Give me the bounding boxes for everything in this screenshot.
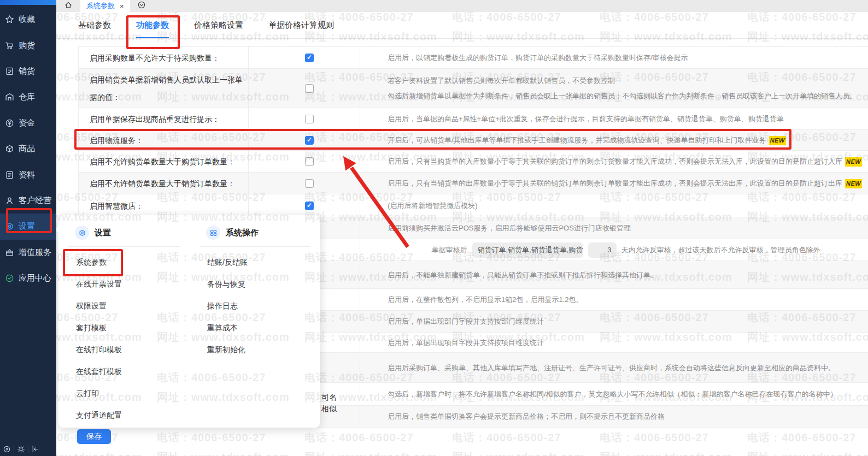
description-line: (启用后将新增智慧微店模块) <box>388 201 864 210</box>
param-row-label: 启用不允许购货单数量大于购货订单数量： <box>79 151 248 172</box>
sidebar-nav: 收藏购货销货仓库资金商品资料客户经营设置增值服务应用中心 <box>0 5 56 291</box>
brightness-icon[interactable] <box>14 445 28 453</box>
gear-badge-icon <box>75 226 89 240</box>
param-tab-1[interactable]: 功能参数 <box>136 20 169 38</box>
description-line: 若客户资料设置了默认销售员则每次开单都取默认销售员，不受参数控制 <box>388 76 864 85</box>
menu-item-settings_group-7[interactable]: 支付通道配置 <box>76 404 190 426</box>
menu-item-system_group-4[interactable]: 重新初始化 <box>207 339 320 360</box>
menu-item-system_group-3[interactable]: 重算成本 <box>207 317 320 339</box>
app-center-icon <box>5 274 14 283</box>
checkbox-unchecked[interactable] <box>305 179 314 188</box>
param-row-5: 启用不允许销货单数量大于销货订单数量：启用后，只有当销货单的出库数量小于等于其关… <box>79 173 868 194</box>
app-root: 基础参数功能参数价格策略设置单据价格计算规则 启用采购数量不允许大于待采购数量：… <box>0 0 868 456</box>
param-tab-3[interactable]: 单据价格计算规则 <box>268 20 334 38</box>
save-button[interactable]: 保存 <box>77 429 111 444</box>
menu-item-settings_group-0[interactable]: 系统参数 <box>76 251 190 273</box>
description-line: 开启后，可从销货单/其他出库单等单据下推或手工创建物流服务，并完成物流轨迹查询、… <box>388 135 864 145</box>
funds-icon <box>5 119 14 128</box>
sidebar-item-6[interactable]: 资料 <box>0 162 56 187</box>
param-row-description: 启用后，单据出现部门字段并支持按部门维度统计 <box>360 311 868 332</box>
sidebar-item-label: 设置 <box>19 221 35 232</box>
description-line: 启用后，只有当销货单的出库数量小于等于其关联的销货订单的剩余订单数量才能出库成功… <box>388 179 864 188</box>
sidebar-footer <box>0 445 56 453</box>
param-row-3: 启用物流服务：开启后，可从销货单/其他出库单等单据下推或手工创建物流服务，并完成… <box>79 130 868 151</box>
goods-icon <box>5 144 14 153</box>
menu-item-settings_group-1[interactable]: 在线开票设置 <box>76 273 190 295</box>
description-line: 启用后，在整件散包列，不启用显示1箱2包，启用显示1.2包。 <box>388 295 864 304</box>
menu-item-settings_group-2[interactable]: 权限设置 <box>76 295 190 317</box>
checkbox-checked[interactable] <box>305 54 314 62</box>
sidebar-item-10[interactable]: 应用中心 <box>0 265 56 291</box>
menu-column-system_group: 系统操作结账/反结账备份与恢复操作日志重算成本重新初始化 <box>190 215 320 428</box>
param-row-description: 启用后，只有当销货单的出库数量小于等于其关联的销货订单的剩余订单数量才能出库成功… <box>360 173 868 194</box>
document-tab-bar: 系统参数 × <box>56 0 868 12</box>
sidebar-item-3[interactable]: 仓库 <box>0 84 56 110</box>
menu-divider <box>68 246 180 247</box>
sidebar-item-4[interactable]: 资金 <box>0 110 56 136</box>
param-row-checkbox-cell <box>248 108 360 129</box>
audit-days-input[interactable]: 3 <box>588 242 617 258</box>
menu-group-title: 设置 <box>75 226 190 240</box>
menu-item-settings_group-3[interactable]: 套打模板 <box>76 317 190 339</box>
param-row-description: 单据审核后销货订单,销货单,销货退货单,购货订3天内允许反审核，超过该天数后不允… <box>360 239 868 260</box>
logo-bar <box>0 0 56 5</box>
menu-item-settings_group-5[interactable]: 在线套打模板 <box>76 360 190 382</box>
tab-system-parameters[interactable]: 系统参数 × <box>80 0 130 12</box>
gear-icon <box>5 222 14 231</box>
menu-item-settings_group-6[interactable]: 云打印 <box>76 382 190 404</box>
menu-item-system_group-2[interactable]: 操作日志 <box>207 295 320 317</box>
param-tab-2[interactable]: 价格策略设置 <box>194 20 243 38</box>
sidebar-item-7[interactable]: 客户经营 <box>0 188 56 214</box>
tab-list-dropdown-button[interactable] <box>137 1 146 11</box>
new-badge: NEW <box>769 136 786 145</box>
grid-badge-icon <box>206 226 220 240</box>
sidebar-item-9[interactable]: 增值服务 <box>0 240 56 265</box>
sidebar-item-1[interactable]: 购货 <box>0 32 56 58</box>
menu-item-settings_group-4[interactable]: 在线打印模板 <box>76 339 190 360</box>
param-row-6: 启用智慧微店：(启用后将新增智慧微店模块) <box>79 194 868 217</box>
param-row-0: 启用采购数量不允许大于待采购数量：启用后，以销定购看板生成的购货订单，购货订单的… <box>79 47 868 69</box>
param-row-description: 启用后，不能单独新建销货单，只能从销货订单下推或则下推后拆行和选择其他订单。 <box>360 261 868 288</box>
customer-icon <box>5 196 14 205</box>
checkbox-checked[interactable] <box>305 136 314 145</box>
checkbox-unchecked[interactable] <box>305 84 314 93</box>
sidebar-item-8[interactable]: 设置 <box>0 214 56 239</box>
sidebar-item-5[interactable]: 商品 <box>0 136 56 162</box>
param-tab-0[interactable]: 基础参数 <box>78 20 111 38</box>
param-row-1: 启用销货类单据新增销售人员默认取上一张单据的值：若客户资料设置了默认销售员则每次… <box>79 69 868 108</box>
description-line: 启用前须购买并激活云POS服务，启用后将能够使用云POS进行门店收银管理 <box>388 223 864 233</box>
sidebar-item-0[interactable]: 收藏 <box>0 7 56 32</box>
checkbox-checked[interactable] <box>305 202 314 210</box>
menu-divider <box>200 246 310 247</box>
param-row-description: 开启后，可从销货单/其他出库单等单据下推或手工创建物流服务，并完成物流轨迹查询、… <box>360 130 868 150</box>
menu-item-system_group-0[interactable]: 结账/反结账 <box>207 251 320 273</box>
audit-doc-types-input[interactable]: 销货订单,销货单,销货退货单,购货订 <box>472 242 583 258</box>
close-tab-icon[interactable]: × <box>120 3 124 10</box>
sidebar-item-label: 资金 <box>19 118 35 128</box>
description-line: 勾选后新增销货单以单据作为判断条件，销售员会取上一张单据的销售员；不勾选则以客户… <box>388 91 864 100</box>
description-line: 启用后，当单据的商品+属性+单位+批次重复，保存会进行提示，目前支持的单据有销货… <box>388 114 864 123</box>
sidebar-item-label: 应用中心 <box>19 273 51 283</box>
warehouse-icon <box>5 92 14 102</box>
menu-item-list: 系统参数在线开票设置权限设置套打模板在线打印模板在线套打模板云打印支付通道配置 <box>76 251 190 426</box>
settings-circle-icon[interactable] <box>0 445 14 453</box>
param-row-checkbox-cell <box>248 151 360 172</box>
param-row-label: 启用智慧微店： <box>79 194 248 217</box>
checkbox-unchecked[interactable] <box>305 115 314 123</box>
new-badge: NEW <box>845 179 862 188</box>
menu-item-system_group-1[interactable]: 备份与恢复 <box>207 273 320 295</box>
param-row-label: 启用单据保存出现商品重复进行提示： <box>79 108 248 129</box>
checkbox-unchecked[interactable] <box>305 157 314 166</box>
sidebar-item-label: 销货 <box>19 66 35 76</box>
param-row-description: 勾选后，新增客户时，将不允许新增客户名称相同/相似的客户，英文忽略大小写不允许相… <box>360 383 868 405</box>
sidebar-item-2[interactable]: 销货 <box>0 58 56 84</box>
description-line: 启用后，不能单独新建销货单，只能从销货订单下推或则下推后拆行和选择其他订单。 <box>388 270 864 280</box>
param-row-checkbox-cell <box>248 69 360 108</box>
sidebar-item-label: 客户经营 <box>19 196 51 206</box>
chevron-down-circle-icon <box>137 1 146 11</box>
sidebar-item-label: 收藏 <box>19 14 35 25</box>
sidebar-item-label: 资料 <box>19 170 35 180</box>
collapse-sidebar-icon[interactable] <box>28 445 42 453</box>
home-tab-button[interactable] <box>56 1 80 11</box>
param-row-2: 启用单据保存出现商品重复进行提示：启用后，当单据的商品+属性+单位+批次重复，保… <box>79 108 868 130</box>
